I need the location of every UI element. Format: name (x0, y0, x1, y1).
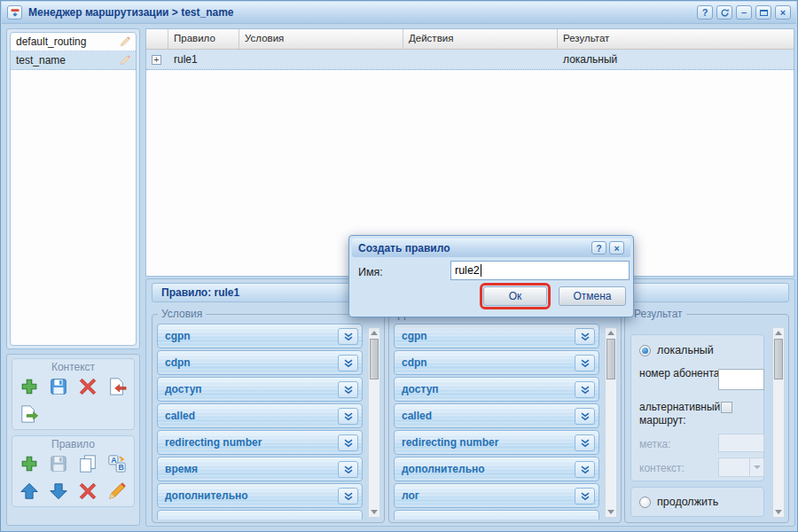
result-option-continue[interactable]: продолжить (630, 487, 764, 517)
rule-name-input[interactable]: rule2 (450, 261, 630, 280)
chevron-double-down-icon[interactable] (338, 488, 358, 505)
chevron-double-down-icon[interactable] (575, 434, 595, 451)
action-bar-partial[interactable] (394, 510, 599, 520)
chevron-double-down-icon[interactable] (575, 355, 595, 372)
help-button[interactable]: ? (697, 5, 713, 20)
column-conditions[interactable]: Условия (239, 29, 403, 49)
radio-continue-label: продолжить (657, 496, 718, 508)
chevron-down-icon[interactable] (749, 458, 763, 476)
result-option-local[interactable]: локальный номер абонента: альтернативный… (630, 334, 764, 481)
scroll-up-icon[interactable] (773, 328, 784, 338)
chevron-double-down-icon[interactable] (575, 328, 595, 345)
window-title: Менеджер маршрутизации > test_name (28, 6, 234, 19)
result-options: локальный номер абонента: альтернативный… (630, 324, 765, 520)
condition-bar-access[interactable]: доступ (157, 377, 363, 402)
actions-scrollbar[interactable] (605, 327, 617, 518)
add-icon (20, 454, 39, 473)
rule-save-button[interactable] (48, 453, 69, 474)
rule-delete-button[interactable] (77, 481, 98, 502)
maximize-button[interactable] (755, 5, 771, 20)
ok-button[interactable]: Ок (483, 286, 547, 306)
export-icon (20, 404, 39, 424)
subscriber-number-label: номер абонента: (639, 367, 728, 380)
rule-edit-button[interactable] (106, 481, 128, 502)
radio-continue[interactable] (639, 497, 651, 508)
close-button[interactable]: × (775, 5, 791, 20)
refresh-button[interactable] (716, 5, 732, 20)
action-bar-additional[interactable]: дополнительно (394, 457, 599, 481)
context-select[interactable] (718, 458, 764, 477)
rule-move-up-button[interactable] (19, 481, 40, 502)
radio-local[interactable] (639, 345, 651, 356)
maximize-icon (760, 10, 768, 16)
chevron-double-down-icon[interactable] (575, 488, 595, 505)
action-bar-access[interactable]: доступ (394, 377, 599, 402)
context-label: контекст: (639, 462, 728, 475)
action-bar-redirecting-number[interactable]: redirecting number (394, 430, 599, 455)
context-list-panel: default_routing test_name (6, 28, 140, 349)
context-add-button[interactable] (19, 376, 40, 397)
scroll-up-icon[interactable] (606, 328, 616, 338)
minimize-button[interactable]: – (736, 5, 752, 20)
conditions-fieldset: Условия cgpn cdpn доступ called redirect… (152, 308, 385, 523)
scrollbar-thumb[interactable] (606, 339, 615, 379)
alt-route-checkbox[interactable] (721, 402, 732, 413)
scroll-down-icon[interactable] (606, 507, 616, 517)
delete-icon (78, 377, 98, 396)
rule-add-button[interactable] (19, 453, 40, 474)
condition-bar-redirecting-number[interactable]: redirecting number (157, 430, 363, 455)
condition-bar-partial[interactable] (157, 510, 363, 520)
rule-rename-button[interactable]: AB (106, 453, 128, 474)
context-item-default-routing[interactable]: default_routing (11, 33, 136, 51)
conditions-scrollbar[interactable] (368, 327, 380, 518)
rule-copy-button[interactable] (77, 453, 98, 474)
column-actions[interactable]: Действия (403, 29, 558, 49)
chevron-double-down-icon[interactable] (575, 381, 595, 398)
ok-button-highlight: Ок (480, 283, 551, 309)
action-bar-called[interactable]: called (394, 403, 599, 428)
edit-pencil-icon[interactable] (119, 35, 131, 51)
dialog-titlebar: Создать правило ? × (352, 239, 630, 257)
tag-input[interactable] (718, 434, 764, 452)
dialog-close-button[interactable]: × (609, 241, 624, 254)
action-bar-cgpn[interactable]: cgpn (394, 324, 599, 348)
scroll-down-icon[interactable] (369, 507, 379, 517)
column-rule[interactable]: Правило (168, 29, 239, 49)
context-item-label: default_routing (16, 35, 86, 48)
condition-bar-time[interactable]: время (157, 457, 363, 481)
scrollbar-thumb[interactable] (774, 339, 783, 379)
scroll-down-icon[interactable] (773, 507, 784, 517)
context-delete-button[interactable] (77, 376, 98, 397)
dialog-help-button[interactable]: ? (591, 241, 606, 254)
condition-bar-called[interactable]: called (157, 403, 363, 428)
expand-row-icon[interactable]: + (152, 55, 161, 65)
condition-bar-cgpn[interactable]: cgpn (157, 324, 363, 348)
action-bar-cdpn[interactable]: cdpn (394, 350, 599, 375)
rule-tools-title: Правило (17, 438, 129, 450)
column-result[interactable]: Результат (558, 29, 794, 49)
action-bar-log[interactable]: лог (394, 483, 599, 508)
chevron-double-down-icon[interactable] (338, 434, 358, 451)
context-save-button[interactable] (48, 376, 69, 397)
subscriber-number-input[interactable] (718, 369, 764, 390)
scroll-up-icon[interactable] (369, 328, 379, 338)
chevron-double-down-icon[interactable] (338, 381, 358, 398)
context-item-test-name[interactable]: test_name (11, 51, 136, 70)
chevron-double-down-icon[interactable] (338, 355, 358, 372)
cancel-button[interactable]: Отмена (559, 286, 626, 306)
scrollbar-thumb[interactable] (370, 339, 379, 379)
context-export-button[interactable] (19, 403, 40, 425)
context-import-button[interactable] (106, 376, 128, 397)
condition-bar-additional[interactable]: дополнительно (157, 483, 363, 508)
chevron-double-down-icon[interactable] (338, 408, 358, 425)
chevron-double-down-icon[interactable] (338, 461, 358, 478)
chevron-double-down-icon[interactable] (575, 461, 595, 478)
rule-move-down-button[interactable] (48, 481, 69, 502)
condition-bar-cdpn[interactable]: cdpn (157, 350, 363, 375)
chevron-double-down-icon[interactable] (338, 328, 358, 345)
table-row-rule1[interactable]: + rule1 локальный (146, 50, 794, 70)
edit-pencil-icon[interactable] (119, 54, 131, 69)
result-scrollbar[interactable] (772, 327, 785, 518)
chevron-double-down-icon[interactable] (575, 408, 595, 425)
svg-text:B: B (118, 463, 123, 472)
